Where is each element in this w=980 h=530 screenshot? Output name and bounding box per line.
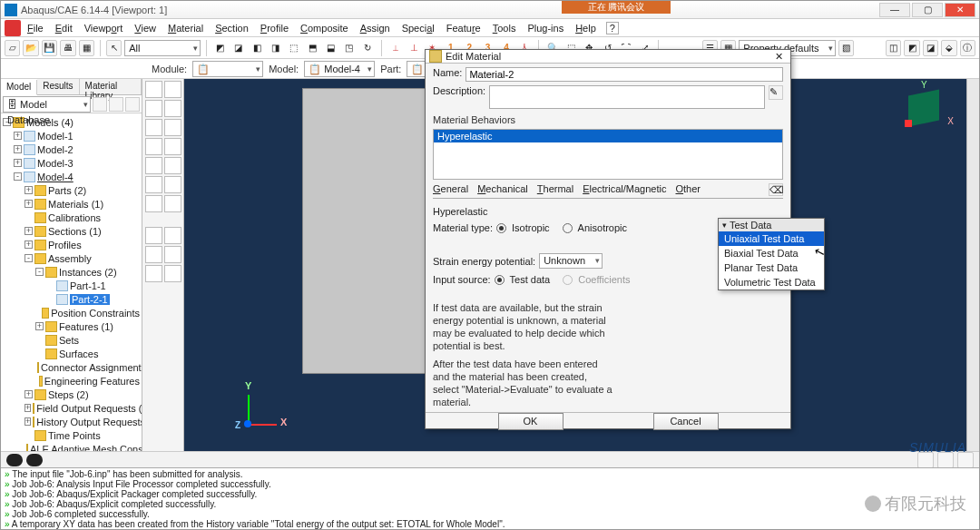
- menu-feature[interactable]: Feature: [441, 23, 486, 34]
- delete-behavior-icon[interactable]: ⌫: [769, 183, 783, 196]
- status-pill-2[interactable]: [26, 454, 43, 466]
- tree-node[interactable]: +Features (1): [1, 319, 142, 333]
- tree-node[interactable]: Part-1-1: [1, 279, 142, 292]
- grid-icon[interactable]: ▦: [79, 40, 94, 56]
- menu-material[interactable]: Material: [162, 23, 209, 34]
- tool-create-section[interactable]: [145, 100, 162, 117]
- print-icon[interactable]: 🖶: [60, 40, 75, 56]
- subtab-electrical[interactable]: Electrical/Magnetic: [583, 183, 666, 196]
- tree-node[interactable]: +Sections (1): [1, 224, 142, 238]
- menu-edit[interactable]: Edit: [50, 23, 78, 34]
- opt-volumetric[interactable]: Volumetric Test Data: [719, 275, 824, 290]
- tab-results[interactable]: Results: [37, 79, 79, 94]
- test-data-menu-header[interactable]: Test Data: [719, 219, 824, 231]
- radio-isotropic[interactable]: [496, 223, 506, 233]
- sync-icon[interactable]: ↻: [360, 40, 376, 56]
- tab-material-library[interactable]: Material Library: [80, 79, 142, 94]
- opt-biaxial[interactable]: Biaxial Test Data: [719, 246, 824, 260]
- tree-node[interactable]: +Parts (2): [1, 183, 142, 197]
- view-icon-7[interactable]: ⬓: [323, 40, 338, 56]
- tool-orientation[interactable]: [145, 138, 162, 155]
- status-pill-1[interactable]: [6, 454, 23, 466]
- save-icon[interactable]: 💾: [42, 40, 57, 56]
- behavior-hyperelastic[interactable]: Hyperelastic: [434, 130, 782, 142]
- open-icon[interactable]: 📂: [23, 40, 38, 56]
- tool-material-manager[interactable]: [164, 81, 181, 98]
- tree-node[interactable]: Part-2-1: [1, 292, 142, 306]
- window-minimize[interactable]: —: [879, 3, 910, 17]
- tool-normal[interactable]: [164, 138, 181, 155]
- test-data-menu[interactable]: Test Data Uniaxial Test Data Biaxial Tes…: [718, 218, 825, 290]
- menu-view[interactable]: View: [129, 23, 162, 34]
- opt-uniaxial[interactable]: Uniaxial Test Data: [719, 231, 824, 246]
- tool-section-assignment[interactable]: [164, 119, 181, 136]
- database-dropdown[interactable]: 🗄 Model Database: [3, 96, 91, 113]
- menu-help[interactable]: Help: [570, 23, 602, 34]
- tool-assign-section[interactable]: [145, 119, 162, 136]
- menu-viewport[interactable]: Viewport: [79, 23, 129, 34]
- dialog-close[interactable]: ✕: [770, 51, 787, 63]
- menu-profile[interactable]: Profile: [255, 23, 294, 34]
- tree-node[interactable]: Surfaces: [1, 347, 142, 360]
- tree-node[interactable]: +Model-3: [1, 156, 142, 170]
- tree-node[interactable]: -Model-4: [1, 170, 142, 183]
- view-icon-5[interactable]: ⬚: [286, 40, 301, 56]
- tool-datum[interactable]: [164, 227, 181, 244]
- tool-composite[interactable]: [145, 176, 162, 193]
- radio-test-data[interactable]: [495, 275, 505, 285]
- tool-partition[interactable]: [145, 227, 162, 244]
- tree-expand-icon[interactable]: [109, 97, 123, 112]
- tool-spring[interactable]: [145, 195, 162, 212]
- tool-options[interactable]: [164, 265, 181, 282]
- model-tree[interactable]: -Models (4)+Model-1+Model-2+Model-3-Mode…: [1, 113, 142, 451]
- tree-node[interactable]: Engineering Features: [1, 374, 142, 388]
- tree-node[interactable]: Connector Assignments: [1, 360, 142, 374]
- render3-icon[interactable]: ◪: [923, 40, 938, 56]
- subtab-mechanical[interactable]: Mechanical: [477, 183, 528, 196]
- view-icon-6[interactable]: ⬒: [305, 40, 320, 56]
- tree-node[interactable]: ALE Adaptive Mesh Constraints: [1, 442, 142, 451]
- axis-icon-1[interactable]: ⟂: [387, 40, 403, 56]
- axis-icon-2[interactable]: ⊥: [406, 40, 421, 56]
- ok-button[interactable]: OK: [498, 413, 564, 430]
- tree-settings-icon[interactable]: [125, 97, 140, 112]
- opt1-icon[interactable]: ▧: [838, 40, 854, 56]
- render4-icon[interactable]: ⬙: [941, 40, 956, 56]
- tree-node[interactable]: Calibrations: [1, 211, 142, 224]
- subtab-other[interactable]: Other: [675, 183, 701, 196]
- tree-node[interactable]: +Materials (1): [1, 197, 142, 211]
- menu-file[interactable]: File: [22, 23, 49, 34]
- menu-special[interactable]: Special: [397, 23, 440, 34]
- menu-assign[interactable]: Assign: [355, 23, 396, 34]
- select-filter-dropdown[interactable]: All: [124, 40, 200, 56]
- cancel-button[interactable]: Cancel: [653, 413, 719, 430]
- edit-desc-icon[interactable]: ✎: [769, 85, 783, 100]
- view-icon-4[interactable]: ◨: [268, 40, 283, 56]
- material-name-input[interactable]: [466, 67, 783, 82]
- model-dropdown[interactable]: 📋 Model-4: [304, 61, 375, 77]
- tool-query[interactable]: [145, 246, 162, 263]
- tree-node[interactable]: +Field Output Requests (1): [1, 401, 142, 415]
- tree-node[interactable]: Sets: [1, 333, 142, 347]
- tab-model[interactable]: Model: [1, 80, 37, 95]
- opt-planar[interactable]: Planar Test Data: [719, 260, 824, 275]
- subtab-general[interactable]: General: [433, 183, 468, 196]
- strain-energy-select[interactable]: Unknown: [539, 253, 603, 269]
- menu-section[interactable]: Section: [210, 23, 254, 34]
- tool-section-manager[interactable]: [164, 100, 181, 117]
- select-icon[interactable]: ↖: [106, 40, 122, 56]
- tool-color[interactable]: [164, 246, 181, 263]
- tree-node[interactable]: +History Output Requests: [1, 415, 142, 428]
- window-maximize[interactable]: ▢: [912, 3, 943, 17]
- tree-node[interactable]: -Assembly: [1, 251, 142, 265]
- tool-display[interactable]: [145, 265, 162, 282]
- menu-composite[interactable]: Composite: [295, 23, 354, 34]
- tool-inertia[interactable]: [164, 195, 181, 212]
- viewport-scrollbar[interactable]: [966, 79, 979, 451]
- tree-node[interactable]: Position Constraints: [1, 306, 142, 319]
- view-icon-2[interactable]: ◪: [230, 40, 246, 56]
- context-help-icon[interactable]: ?: [606, 22, 619, 34]
- material-desc-input[interactable]: [489, 85, 765, 109]
- render2-icon[interactable]: ◩: [904, 40, 919, 56]
- tool-beam[interactable]: [145, 157, 162, 174]
